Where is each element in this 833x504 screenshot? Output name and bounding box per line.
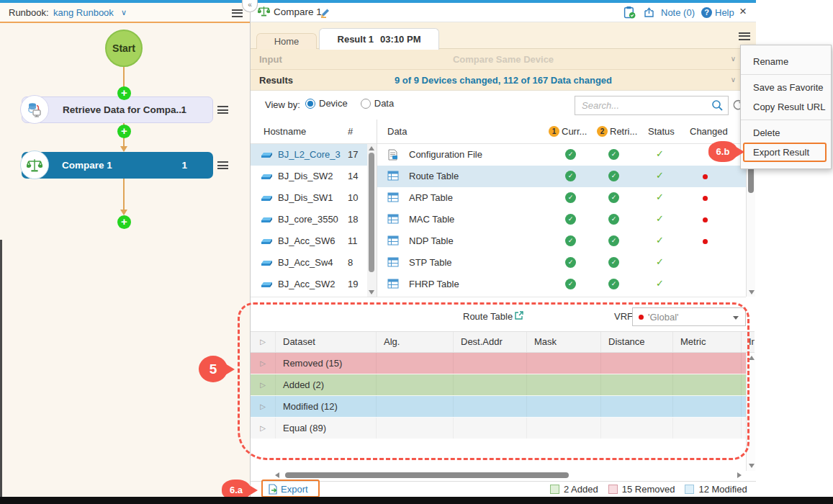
- detail-column-dataset[interactable]: Dataset: [276, 332, 377, 352]
- detail-column-alg[interactable]: Alg.: [377, 332, 454, 352]
- device-list-scrollbar[interactable]: [367, 144, 377, 297]
- radio-view-by-data[interactable]: Data: [361, 98, 394, 109]
- data-row[interactable]: STP Table✓✓✓: [377, 252, 746, 274]
- group-row-removed[interactable]: ▷Removed (15): [251, 353, 755, 374]
- export-button[interactable]: Export: [281, 484, 308, 495]
- column-current[interactable]: Curr...: [562, 126, 587, 137]
- runbook-menu-icon[interactable]: [232, 9, 243, 17]
- chevron-down-icon[interactable]: ∨: [121, 8, 127, 17]
- search-icon[interactable]: [711, 99, 724, 114]
- data-row[interactable]: ARP Table✓✓✓: [377, 187, 746, 209]
- detail-column-int[interactable]: Int...: [742, 332, 755, 352]
- detail-scrollbar-vertical[interactable]: [746, 353, 755, 471]
- search-input[interactable]: [575, 96, 728, 114]
- scrollbar-thumb[interactable]: [285, 472, 569, 478]
- device-row[interactable]: BJ_L2_Core_317: [251, 144, 367, 166]
- device-change-count: 14: [348, 171, 358, 181]
- node-retrieve-data[interactable]: Retrieve Data for Compa... 1: [22, 96, 213, 123]
- scrollbar-thumb[interactable]: [369, 153, 374, 272]
- export-file-icon[interactable]: [268, 484, 278, 497]
- column-retrieved[interactable]: Retri...: [610, 126, 637, 137]
- result-menu-button[interactable]: [739, 32, 750, 41]
- device-row[interactable]: BJ_core_355018: [251, 209, 367, 230]
- pop-out-icon[interactable]: [644, 7, 654, 20]
- group-label: Modified (12): [276, 396, 377, 417]
- device-row[interactable]: BJ_Dis_SW214: [251, 166, 367, 187]
- group-cell: [454, 418, 527, 438]
- group-cell: [454, 353, 527, 374]
- node-menu-icon[interactable]: [217, 106, 228, 114]
- menu-item-save-as-favorite[interactable]: Save as Favorite: [741, 78, 831, 97]
- group-row-equal[interactable]: ▷Equal (89): [251, 418, 755, 439]
- group-cell: [601, 353, 673, 374]
- close-icon[interactable]: ×: [739, 4, 747, 19]
- data-row[interactable]: FHRP Table✓✓✓: [377, 274, 746, 295]
- scrollbar-thumb[interactable]: [748, 166, 754, 193]
- tab-home[interactable]: Home: [256, 33, 317, 49]
- data-type-label: Route Table: [409, 171, 459, 181]
- expander-icon[interactable]: ▷: [251, 396, 276, 417]
- expander-icon[interactable]: ▷: [251, 374, 276, 395]
- legend-label: 15 Removed: [622, 484, 675, 495]
- device-row[interactable]: BJ_Acc_SW611: [251, 230, 367, 252]
- data-type-label: ARP Table: [409, 192, 453, 203]
- column-hostname[interactable]: Hostname: [264, 126, 306, 137]
- vrf-dropdown[interactable]: 'Global': [632, 307, 746, 326]
- menu-item-rename[interactable]: Rename: [741, 52, 831, 71]
- detail-column-metric[interactable]: Metric: [673, 332, 742, 352]
- device-row[interactable]: BJ_Dis_SW110: [251, 187, 367, 209]
- menu-item-export-result[interactable]: Export Result: [741, 143, 831, 162]
- expander-icon[interactable]: ▷: [251, 353, 276, 374]
- chevron-down-icon[interactable]: ∨: [731, 55, 736, 63]
- data-row[interactable]: Route Table✓✓✓: [377, 166, 746, 187]
- detail-column-mask[interactable]: Mask: [527, 332, 601, 352]
- group-row-modified[interactable]: ▷Modified (12): [251, 396, 755, 418]
- data-row[interactable]: MAC Table✓✓✓: [377, 209, 746, 230]
- add-step-button[interactable]: +: [117, 215, 131, 229]
- data-row[interactable]: NDP Table✓✓✓: [377, 230, 746, 252]
- current-check-icon: ✓: [565, 279, 576, 289]
- device-row[interactable]: BJ_Acc_SW219: [251, 274, 367, 295]
- flow-arrowhead: [120, 210, 127, 215]
- device-list: BJ_L2_Core_317BJ_Dis_SW214BJ_Dis_SW110BJ…: [251, 144, 367, 297]
- results-section-header[interactable]: Results 9 of 9 Devices changed, 112 of 1…: [251, 70, 756, 91]
- config-file-icon: [387, 149, 398, 163]
- help-link[interactable]: Help: [715, 7, 734, 18]
- status-check-icon: ✓: [656, 192, 664, 202]
- expander-icon[interactable]: ▷: [251, 332, 276, 352]
- help-icon[interactable]: ?: [701, 7, 712, 18]
- menu-item-delete[interactable]: Delete: [741, 123, 831, 143]
- column-data[interactable]: Data: [387, 126, 407, 137]
- detail-scrollbar-horizontal[interactable]: [251, 469, 755, 481]
- column-status[interactable]: Status: [648, 126, 675, 137]
- runbook-name-dropdown[interactable]: kang Runbook: [53, 7, 114, 18]
- detail-column-distance[interactable]: Distance: [601, 332, 673, 352]
- add-step-button[interactable]: +: [117, 86, 131, 100]
- group-cell: [673, 374, 742, 395]
- data-row[interactable]: Configuration File✓✓✓: [377, 144, 746, 166]
- note-button[interactable]: Note (0): [661, 7, 695, 18]
- edit-title-icon[interactable]: [320, 7, 330, 20]
- vrf-status-dot: [639, 315, 644, 320]
- add-step-button[interactable]: +: [117, 125, 131, 138]
- open-in-new-icon[interactable]: [514, 310, 524, 323]
- start-node[interactable]: Start: [105, 30, 143, 67]
- node-menu-icon[interactable]: [217, 161, 228, 169]
- detail-column-dest-addr[interactable]: Dest.Addr: [454, 332, 527, 352]
- radio-label: Data: [374, 98, 394, 109]
- node-compare[interactable]: Compare 1 1: [22, 152, 213, 179]
- menu-item-copy-result-url[interactable]: Copy Result URL: [741, 97, 831, 117]
- table-icon: [387, 279, 399, 291]
- tab-result-1[interactable]: Result 1 03:10 PM: [319, 28, 439, 50]
- tab-result-label: Result 1: [338, 34, 374, 45]
- save-report-icon[interactable]: [623, 6, 636, 21]
- expander-icon[interactable]: ▷: [251, 418, 276, 438]
- radio-view-by-device[interactable]: Device: [305, 98, 348, 109]
- column-changed[interactable]: Changed: [690, 126, 728, 137]
- group-cell: [377, 418, 454, 438]
- group-row-added[interactable]: ▷Added (2): [251, 374, 755, 396]
- chevron-down-icon[interactable]: ∨: [731, 76, 736, 84]
- input-section-header[interactable]: Input Compare Same Device ∨: [251, 49, 756, 70]
- column-count[interactable]: #: [348, 126, 353, 137]
- device-row[interactable]: BJ_Acc_Sw48: [251, 252, 367, 274]
